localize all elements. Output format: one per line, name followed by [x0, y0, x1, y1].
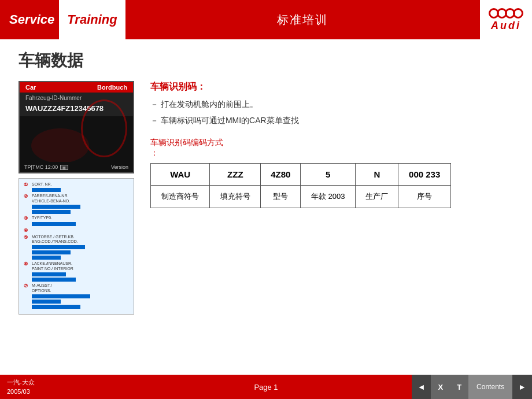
encoding-title: 车辆识别码编码方式： [150, 138, 513, 158]
audi-logo: Audi [480, 0, 532, 39]
footer-page: Page 1 [254, 383, 278, 391]
car-screen-bottom: TP|TMC 12:00 ▦ Version [20, 162, 133, 172]
content-row: Car Bordbuch Fahrzeug-ID-Nummer WAUZZZ4F… [19, 81, 513, 315]
left-panel: Car Bordbuch Fahrzeug-ID-Nummer WAUZZZ4F… [19, 81, 134, 315]
training-label: Training [59, 0, 125, 39]
table-label-plant: 生产厂 [356, 186, 398, 208]
table-label-manufacturer: 制造商符号 [151, 186, 210, 208]
header-title: 标准培训 [125, 12, 480, 28]
table-label-seq: 序号 [398, 186, 451, 208]
sys-row-7: ⑦ M-AUSST./OPTIONS. [24, 283, 129, 309]
vin-bullet-1: － 打在发动机舱内的前围上。 [150, 99, 513, 110]
table-cell-5: 5 [301, 164, 356, 186]
table-label-year: 年款 2003 [301, 186, 356, 208]
sys-row-3: ③ TYP/TYP0. [24, 216, 129, 226]
version-text: Version [111, 164, 128, 170]
audi-rings [489, 8, 523, 19]
company-name: 一汽-大众 [7, 378, 35, 387]
vin-bullet-2: － 车辆标识吗可通过MMI的CAR菜单查找 [150, 115, 513, 127]
audi-ring-4 [513, 8, 523, 19]
header: Service Training 标准培训 Audi [0, 0, 532, 39]
footer-company: 一汽-大众 2005/03 [7, 378, 35, 397]
vin-title: 车辆识别码： [150, 81, 513, 93]
sys-row-2: ② FARBES-BENA-NR.VEHICLE-BENA-NO. [24, 194, 129, 214]
car-label: Car [25, 84, 36, 91]
sys-row-4: ④ [24, 228, 129, 233]
next-button[interactable]: ► [512, 375, 532, 399]
table-cell-n: N [356, 164, 398, 186]
right-panel: 车辆识别码： － 打在发动机舱内的前围上。 － 车辆标识吗可通过MMI的CAR菜… [150, 81, 513, 208]
footer: 一汽-大众 2005/03 Page 1 ◄ X T Contents ► [0, 375, 532, 399]
table-cell-wau: WAU [151, 164, 210, 186]
company-date: 2005/03 [7, 387, 35, 397]
table-label-fill: 填充符号 [210, 186, 261, 208]
car-screen-id-label: Fahrzeug-ID-Nummer [20, 93, 133, 102]
car-screen: Car Bordbuch Fahrzeug-ID-Nummer WAUZZZ4F… [19, 81, 134, 173]
vin-bullets: － 打在发动机舱内的前围上。 － 车辆标识吗可通过MMI的CAR菜单查找 [150, 99, 513, 126]
table-cell-000233: 000 233 [398, 164, 451, 186]
contents-button[interactable]: Contents [468, 375, 512, 399]
audi-text: Audi [491, 20, 521, 32]
table-cell-zzz: ZZZ [210, 164, 261, 186]
t-button[interactable]: T [450, 375, 468, 399]
main-content: 车辆数据 Car Bordbuch Fahrzeug-ID-Nummer WAU… [0, 39, 532, 320]
vin-table: WAU ZZZ 4Z80 5 N 000 233 制造商符号 填充符号 型号 年… [150, 163, 451, 208]
table-row-labels: 制造商符号 填充符号 型号 年款 2003 生产厂 序号 [151, 186, 451, 208]
header-left: Service Training [0, 0, 125, 39]
table-row-values: WAU ZZZ 4Z80 5 N 000 233 [151, 164, 451, 186]
sys-row-6: ⑥ LACKE./INNENAUSR.PAINT NO./ INTERIOR [24, 261, 129, 282]
sys-row-1: ① SORT. NR. [24, 182, 129, 192]
table-cell-4z80: 4Z80 [261, 164, 301, 186]
car-screen-top-bar: Car Bordbuch [20, 82, 133, 93]
x-button[interactable]: X [431, 375, 450, 399]
prev-button[interactable]: ◄ [412, 375, 431, 399]
bordbuch-label: Bordbuch [97, 84, 127, 91]
car-screen-time: TP|TMC 12:00 ▦ [24, 164, 68, 170]
footer-nav[interactable]: ◄ X T Contents ► [412, 375, 532, 399]
service-label: Service [0, 0, 59, 39]
page-title: 车辆数据 [19, 50, 513, 72]
sys-row-5: ⑤ MOTORBE./ GETR.KB.ENG.COD./TRANS.COD. [24, 235, 129, 260]
table-label-model: 型号 [261, 186, 301, 208]
sys-panel: ① SORT. NR. ② FARBES-BENA-NR.VEHICLE-BEN… [19, 178, 134, 315]
tp-tmc-text: TP|TMC 12:00 [24, 164, 58, 170]
